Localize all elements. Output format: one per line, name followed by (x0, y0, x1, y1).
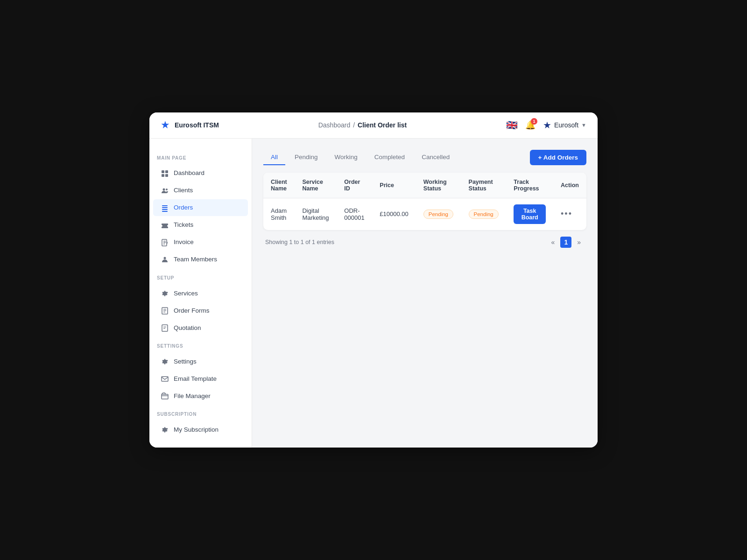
sidebar-label-quotation: Quotation (174, 324, 201, 331)
sidebar-section-settings: SETTINGS Settings Email Template (149, 343, 252, 404)
svg-rect-2 (162, 174, 164, 177)
pagination-page-1-button[interactable]: 1 (560, 237, 571, 248)
svg-rect-20 (163, 327, 166, 327)
col-price: Price (372, 173, 416, 198)
sidebar-item-services[interactable]: Services (153, 285, 248, 301)
col-track-progress: Track Progress (506, 173, 553, 198)
language-flag-icon[interactable]: 🇬🇧 (506, 119, 518, 131)
tabs-row: All Pending Working Completed Cancelled … (263, 150, 586, 165)
sidebar-label-tickets: Tickets (174, 221, 193, 228)
svg-rect-3 (165, 174, 168, 177)
user-menu[interactable]: ★ Eurosoft ▼ (543, 119, 586, 131)
cell-payment-status: Pending (461, 198, 507, 230)
gear-services-icon (161, 289, 169, 297)
payment-status-badge: Pending (469, 210, 499, 219)
sidebar-item-settings[interactable]: Settings (153, 353, 248, 370)
cell-price: £10000.00 (372, 198, 416, 230)
sidebar-section-label-main: MAIN PAGE (149, 155, 252, 164)
sidebar: MAIN PAGE Dashboard Clients (149, 139, 252, 448)
task-board-button[interactable]: Task Board (514, 204, 546, 224)
list-icon (161, 203, 169, 212)
tab-completed[interactable]: Completed (367, 150, 412, 165)
sidebar-item-email-template[interactable]: Email Template (153, 370, 248, 387)
users-icon (161, 186, 169, 195)
col-payment-status: Payment Status (461, 173, 507, 198)
tab-working[interactable]: Working (327, 150, 365, 165)
svg-rect-16 (163, 309, 166, 309)
svg-point-4 (163, 188, 165, 190)
pagination-controls: « 1 » (548, 237, 585, 248)
svg-rect-12 (163, 242, 166, 243)
user-name: Eurosoft (554, 121, 578, 129)
invoice-icon (161, 238, 169, 246)
sidebar-label-invoice: Invoice (174, 238, 194, 245)
sidebar-item-file-manager[interactable]: File Manager (153, 387, 248, 404)
sidebar-label-services: Services (174, 290, 198, 297)
sidebar-item-my-subscription[interactable]: My Subscription (153, 421, 248, 438)
tab-cancelled[interactable]: Cancelled (414, 150, 457, 165)
working-status-badge: Pending (423, 210, 453, 219)
tab-pending[interactable]: Pending (287, 150, 325, 165)
sidebar-item-team-members[interactable]: Team Members (153, 251, 248, 268)
sidebar-label-order-forms: Order Forms (174, 307, 210, 314)
svg-rect-18 (163, 312, 165, 312)
sidebar-item-quotation[interactable]: Quotation (153, 319, 248, 336)
pagination-next-button[interactable]: » (573, 237, 585, 248)
cell-action: ••• (553, 198, 586, 230)
logo-star-icon: ★ (161, 119, 170, 131)
table-header-row: Client Name Service Name Order ID Price … (263, 173, 586, 198)
more-actions-button[interactable]: ••• (561, 209, 572, 219)
pagination-first-button[interactable]: « (548, 237, 559, 248)
col-working-status: Working Status (416, 173, 461, 198)
chevron-down-icon: ▼ (581, 122, 586, 128)
svg-rect-23 (162, 394, 168, 399)
svg-point-5 (166, 189, 168, 190)
app-window: ★ Eurosoft ITSM Dashboard / Client Order… (149, 112, 598, 448)
svg-rect-1 (165, 170, 168, 173)
subscription-gear-icon (161, 425, 169, 434)
sidebar-label-clients: Clients (174, 187, 193, 194)
main-content: All Pending Working Completed Cancelled … (252, 139, 598, 448)
sidebar-section-main: MAIN PAGE Dashboard Clients (149, 155, 252, 268)
tab-all[interactable]: All (263, 150, 285, 165)
header-right: 🇬🇧 🔔 1 ★ Eurosoft ▼ (506, 119, 586, 131)
sidebar-item-dashboard[interactable]: Dashboard (153, 165, 248, 182)
sidebar-section-label-subscription: SUBSCRIPTION (149, 412, 252, 420)
cell-service-name: Digital Marketing (295, 198, 337, 230)
header: ★ Eurosoft ITSM Dashboard / Client Order… (149, 112, 598, 139)
sidebar-item-invoice[interactable]: Invoice (153, 234, 248, 251)
col-service-name: Service Name (295, 173, 337, 198)
quote-icon (161, 323, 169, 332)
notification-badge: 1 (531, 118, 537, 125)
notification-button[interactable]: 🔔 1 (525, 120, 536, 130)
sidebar-section-subscription: SUBSCRIPTION My Subscription (149, 412, 252, 438)
tabs: All Pending Working Completed Cancelled (263, 150, 457, 165)
breadcrumb: Dashboard / Client Order list (318, 121, 407, 129)
breadcrumb-home[interactable]: Dashboard (318, 121, 351, 129)
brand-name: Eurosoft ITSM (175, 121, 219, 129)
sidebar-label-dashboard: Dashboard (174, 169, 204, 176)
svg-rect-11 (163, 241, 166, 242)
team-icon (161, 255, 169, 264)
sidebar-label-my-subscription: My Subscription (174, 426, 218, 433)
col-action: Action (553, 173, 586, 198)
sidebar-item-clients[interactable]: Clients (153, 182, 248, 199)
body: MAIN PAGE Dashboard Clients (149, 139, 598, 448)
sidebar-section-label-settings: SETTINGS (149, 343, 252, 352)
cell-client-name: Adam Smith (263, 198, 295, 230)
svg-rect-8 (162, 209, 168, 210)
svg-rect-7 (162, 207, 168, 208)
sidebar-section-setup: SETUP Services Order Forms (149, 275, 252, 336)
add-orders-button[interactable]: + Add Orders (530, 150, 586, 165)
svg-rect-21 (163, 328, 165, 329)
pagination-info: Showing 1 to 1 of 1 entries (265, 239, 334, 245)
svg-rect-9 (162, 211, 168, 212)
sidebar-item-tickets[interactable]: Tickets (153, 217, 248, 233)
files-icon (161, 392, 169, 400)
sidebar-label-settings: Settings (174, 358, 197, 365)
cell-track-progress: Task Board (506, 198, 553, 230)
sidebar-item-order-forms[interactable]: Order Forms (153, 302, 248, 319)
svg-rect-17 (163, 310, 166, 311)
sidebar-item-orders[interactable]: Orders (153, 199, 248, 216)
form-icon (161, 306, 169, 315)
